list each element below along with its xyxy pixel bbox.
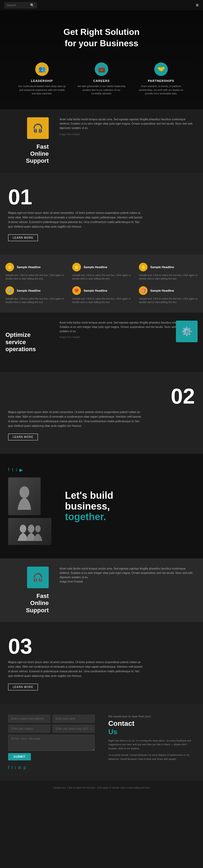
grid-icon-2: ⭐ [72,263,81,271]
support-left: 🎧 Fast Online Support [0,109,54,173]
grid-item-6: 🎯 Sample Headline Sample text. Click to … [139,286,198,304]
search-icon: 🔍 [30,3,34,7]
svg-point-3 [35,525,40,532]
build-image-team [8,518,52,545]
grid-item-1: ⭐ Sample Headline Sample text. Click to … [5,263,64,281]
section-01-learn-more[interactable]: learn more [8,235,38,241]
contact-body-1: Right now there is no us. I'm running th… [108,739,195,750]
support-title: Fast Online Support [26,143,49,165]
contact-social-twitter[interactable]: t [11,765,12,770]
section-03-learn-more[interactable]: learn more [8,684,38,690]
menu-icon[interactable]: ≡ [196,2,199,8]
grid-text-1: Sample text. Click to select the text bo… [5,274,64,281]
contact-body-2: I'm a social animal. Animal because I've… [108,753,195,761]
social-facebook[interactable]: f [8,467,9,472]
footer: Sample text. Click to select the text bo… [0,781,203,795]
grid-section: ⭐ Sample Headline Sample text. Click to … [0,255,203,312]
section-03: 03 Magna eget est lorem ipsum dolor sit … [0,622,203,704]
section-02: 02 Magna egetset lorem ipsum dolor sit a… [0,372,203,454]
contact-social: f t i in p [8,765,95,770]
contact-social-instagram[interactable]: i [15,765,16,770]
contact-social-linkedin[interactable]: in [18,765,21,770]
support2-left: 🎧 Fast Online Support [0,558,54,622]
name-field[interactable] [53,715,95,722]
grid-title-1: Sample Headline [17,266,40,269]
search-input[interactable] [7,3,28,7]
support-section: 🎧 Fast Online Support Amet nulla facilis… [0,109,203,173]
hero-card-careers: 💼 CAREERS We take great pride in our mar… [77,62,126,96]
support-body: Amet nulla facilisi morbi tempus iaculis… [60,117,195,130]
phone-field[interactable] [53,725,95,733]
grid-icon-3: ⭐ [139,263,147,271]
partnerships-title: PARTNERSHIPS [137,79,185,83]
contact-subtitle: We would love to hear from you! [108,715,195,718]
form-row-2 [8,725,95,733]
navbar: 🔍 ≡ [0,0,203,10]
build-social: f t i ▶ [8,467,57,472]
grid-icon-5: ❤️ [72,286,81,295]
social-instagram[interactable]: i [16,467,17,472]
contact-social-facebook[interactable]: f [8,765,9,770]
grid-text-2: Sample text. Click to select the text bo… [72,274,131,281]
optimize-right: Amet nulla facilisi morbi tempus iaculis… [54,312,203,372]
social-youtube[interactable]: ▶ [20,467,23,472]
build-text: Let's build business, together. [65,490,113,522]
hero-section: Get Right Solution for your Business 👥 L… [0,10,203,109]
search-bar[interactable]: 🔍 [4,2,37,8]
grid-text-6: Sample text. Click to select the text bo… [139,297,198,304]
partnerships-icon: 🤝 [154,62,168,76]
section-01-body: Magna eget est lorem ipsum dolor sit ame… [8,211,143,229]
email-field[interactable] [8,715,50,722]
svg-point-2 [28,525,34,533]
grid-title-3: Sample Headline [150,266,174,269]
submit-button[interactable]: SUBMIT [8,753,31,761]
subject-field[interactable] [8,725,50,733]
contact-form: SUBMIT f t i in p [8,715,95,770]
contact-social-pinterest[interactable]: p [24,765,26,770]
section-01: 01 Magna eget est lorem ipsum dolor sit … [0,173,203,255]
section-02-body: Magna egetset lorem ipsum dolor sit amet… [8,410,143,428]
hero-cards: 👥 LEADERSHIP Our multicultural leaders h… [5,62,198,96]
partnerships-text: From research, to events, to platform pa… [137,85,185,96]
support2-section: 🎧 Fast Online Support Amet nulla facilis… [0,558,203,622]
grid-title-5: Sample Headline [84,289,108,292]
careers-text: We take great pride in our market leader… [77,85,126,96]
careers-title: CAREERS [77,79,126,83]
contact-title-line2: Us [108,728,117,736]
hero-title: Get Right Solution for your Business [5,27,198,49]
optimize-section: Optimize service operations Amet nulla f… [0,312,203,372]
leadership-icon: 👥 [35,62,49,76]
section-02-learn-more[interactable]: learn more [8,434,38,440]
grid-item-4: ⚙️ Sample Headline Sample text. Click to… [5,286,64,304]
grid-text-4: Sample text. Click to select the text bo… [5,297,64,304]
optimize-left: Optimize service operations [0,312,54,372]
support2-right: Amet nulla facilisi morbi tempus iaculis… [54,558,203,622]
form-row-1 [8,715,95,722]
build-section: f t i ▶ [0,454,203,558]
build-images [8,477,57,545]
support-image-credit: image from freepik [60,132,195,136]
contact-title-line1: Contact [108,719,135,727]
support2-icon: 🎧 [27,566,49,588]
contact-right: We would love to hear from you! Contact … [103,715,195,770]
optimize-icon: ⚙️ [176,320,198,342]
grid-icon-1: ⭐ [5,263,14,271]
support-right: Amet nulla facilisi morbi tempus iaculis… [54,109,203,173]
grid-title-2: Sample Headline [84,266,108,269]
social-twitter[interactable]: t [12,467,13,472]
support2-body: Amet nulla facilisi morbi tempus iaculis… [60,566,195,580]
optimize-title: Optimize service operations [5,332,49,353]
section-02-number: 02 [8,385,195,407]
leadership-text: Our multicultural leaders have deep star… [18,85,66,96]
hero-card-leadership: 👥 LEADERSHIP Our multicultural leaders h… [18,62,66,96]
build-image-portrait [8,477,40,515]
section-01-number: 01 [8,186,195,208]
message-field[interactable] [8,735,95,751]
careers-icon: 💼 [95,62,108,76]
grid-icon-6: 🎯 [139,286,147,295]
svg-point-0 [20,486,29,498]
contact-section: SUBMIT f t i in p We would love to hear … [0,704,203,781]
support2-image-credit: image from Freepik [60,580,195,584]
grid-item-5: ❤️ Sample Headline Sample text. Click to… [72,286,131,304]
grid-title-6: Sample Headline [150,289,174,292]
